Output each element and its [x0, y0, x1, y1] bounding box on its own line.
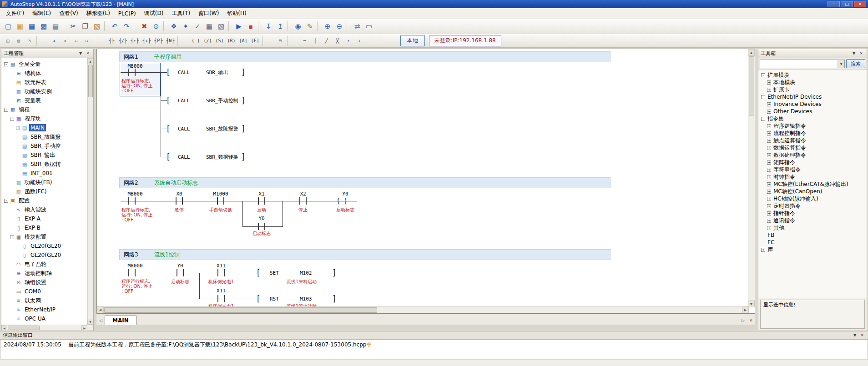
expand-icon[interactable]: + — [767, 160, 771, 165]
check-icon[interactable]: ✓ — [192, 20, 203, 32]
toolbox-item-local-modules[interactable]: + 本地模块 — [758, 79, 867, 86]
undo-icon[interactable]: ↶ — [109, 20, 121, 32]
tree-item-struct[interactable]: ⊞ 结构体 — [1, 69, 93, 78]
expand-icon[interactable]: + — [767, 102, 771, 106]
zoom-in-icon[interactable]: ⊕ — [322, 20, 333, 32]
expand-icon[interactable]: + — [767, 204, 771, 208]
expand-icon[interactable]: + — [16, 126, 20, 130]
contact-y0-branch[interactable] — [258, 223, 265, 230]
menu-item[interactable]: 调试(D) — [140, 8, 168, 19]
tree-item-opc-ua[interactable]: ≋ OPC UA — [1, 314, 93, 323]
bottom-scrollbar[interactable] — [0, 359, 868, 366]
expand-icon[interactable]: + — [767, 226, 771, 230]
toolbox-item-inovance-devices[interactable]: + Inovance Devices — [758, 100, 867, 108]
call-bracket[interactable]: [ — [167, 153, 170, 161]
zoom-out-icon[interactable]: ⊖ — [333, 20, 345, 32]
tree-item-programming[interactable]: - ▦ 编程 — [1, 105, 93, 114]
tree-item-com0[interactable]: ▭ COM0 — [1, 287, 93, 296]
expand-icon[interactable]: + — [767, 153, 771, 157]
tab-close-icon[interactable]: ✕ — [747, 316, 755, 324]
tree-item-config[interactable]: - ▣ 配置 — [1, 196, 93, 205]
close-button[interactable]: ✕ — [854, 1, 866, 7]
rst-bracket[interactable]: ] — [333, 295, 336, 303]
toolbox-item-data-processing[interactable]: + 数据处理指令 — [758, 151, 867, 159]
toolbox-item-mc-axis-canopen[interactable]: + MC轴控(CanOpen) — [758, 188, 867, 195]
scroll-right-icon[interactable]: ▶ — [742, 306, 749, 313]
toolbox-item-contact-operation[interactable]: + 触点运算指令 — [758, 137, 867, 144]
horizontal-line-icon[interactable]: ─ — [299, 36, 310, 46]
tree-item-gl20-2[interactable]: ▯ GL20(GL20 — [1, 251, 93, 260]
insert-network-icon[interactable]: ⊞ — [275, 36, 286, 46]
network-2-header[interactable]: 网络2 系统自动启动标志 — [119, 177, 611, 188]
contact-x11[interactable] — [217, 269, 225, 276]
toolbox-item-clock[interactable]: + 时钟指令 — [758, 173, 867, 180]
tree-item-device-table[interactable]: ▤ 软元件表 — [1, 78, 93, 87]
search-button[interactable]: 搜索 — [846, 59, 865, 68]
device-monitor-icon[interactable]: ▭ — [363, 20, 375, 32]
editor-vscrollbar[interactable]: ▲ ▼ — [748, 49, 755, 307]
chevron-down-icon[interactable]: ▼ — [838, 60, 844, 68]
function-instruction-icon[interactable]: [F] — [249, 36, 261, 46]
toolbox-item-expansion-cards[interactable]: + 扩展卡 — [758, 86, 867, 93]
ladder-view-icon[interactable]: ◫ — [2, 36, 13, 46]
menu-item[interactable]: 编辑(E) — [28, 8, 55, 19]
tree-item-module-config[interactable]: - ▣ 模块配置 — [1, 232, 93, 241]
expand-icon[interactable]: + — [761, 248, 765, 252]
menu-item[interactable]: 工具(T) — [167, 8, 194, 19]
tree-item-fb-instance[interactable]: ▥ 功能块实例 — [1, 87, 93, 96]
set-bracket[interactable]: ] — [333, 269, 336, 277]
expand-icon[interactable]: + — [767, 124, 771, 128]
toolbox-item-other-devices[interactable]: + Other Devices — [758, 108, 867, 115]
call-bracket[interactable]: ] — [242, 125, 245, 133]
call-target[interactable]: SBR_故障报警 — [206, 126, 238, 132]
expand-icon[interactable]: + — [767, 182, 771, 186]
tree-item-ethernet-ip[interactable]: ≋ EtherNet/IP — [1, 305, 93, 314]
contact-x2[interactable] — [299, 197, 307, 205]
toolbox-item-timer[interactable]: + 定时器指令 — [758, 202, 867, 210]
expand-icon[interactable]: + — [767, 211, 771, 216]
menu-item[interactable]: 查看(V) — [55, 8, 82, 19]
tree-item-fb[interactable]: ▥ 功能块(FB) — [1, 178, 93, 187]
set-op[interactable]: SET — [270, 270, 279, 276]
run-icon[interactable]: ▶ — [233, 20, 245, 32]
tab-main[interactable]: MAIN — [105, 316, 136, 325]
cross-reference-icon[interactable]: ⇄ — [351, 20, 363, 32]
scroll-right-icon[interactable]: ▶ — [81, 325, 87, 331]
tree-item-fc[interactable]: ▥ 函数(FC) — [1, 187, 93, 196]
call-op[interactable]: CALL — [178, 126, 190, 132]
expand-icon[interactable]: + — [767, 139, 771, 143]
contact-x1[interactable] — [258, 197, 265, 205]
expand-icon[interactable]: - — [761, 95, 765, 99]
set-bracket[interactable]: [ — [257, 269, 260, 277]
tab-scroll-left-icon[interactable]: ◁ — [97, 316, 105, 324]
application-instruction-icon[interactable]: [A] — [237, 36, 249, 46]
toolbox-item-matrix[interactable]: + 矩阵指令 — [758, 159, 867, 166]
tree-item-variable-table[interactable]: ◩ 变量表 — [1, 96, 93, 105]
pin-icon[interactable]: ▼ — [851, 50, 857, 56]
contact-x0[interactable] — [176, 197, 183, 205]
project-window-icon[interactable]: ▧ — [215, 20, 227, 32]
call-target[interactable]: SBR_数据转换 — [206, 154, 238, 160]
expand-icon[interactable]: + — [767, 88, 771, 92]
menu-item[interactable]: PLC(P) — [114, 9, 140, 18]
rising-edge-contact-icon[interactable]: ┤↑├ — [129, 36, 141, 46]
expand-icon[interactable]: + — [767, 80, 771, 85]
rst-bracket[interactable]: [ — [257, 295, 260, 303]
toolbox-item-instruction-set[interactable]: - 指令集 — [758, 115, 867, 122]
expand-icon[interactable]: + — [767, 110, 771, 114]
scrollbar-thumb[interactable] — [749, 56, 754, 115]
toolbox-item-mc-axis-ethercat[interactable]: + MC轴控(EtherCAT&脉冲输出) — [758, 180, 867, 188]
compile-all-icon[interactable]: ✦ — [180, 20, 192, 32]
menu-item[interactable]: 文件(F) — [2, 8, 28, 19]
tree-item-ethernet[interactable]: ≋ 以太网 — [1, 296, 93, 305]
monitor-icon[interactable]: ◉ — [292, 20, 304, 32]
project-tree-vscrollbar[interactable]: ▲ ▼ — [87, 58, 93, 325]
tree-item-exp-b[interactable]: ▯ EXP-B — [1, 223, 93, 232]
project-tree-hscrollbar[interactable]: ◀ ▶ — [1, 325, 93, 331]
insert-column-icon[interactable]: ↦ — [81, 36, 92, 46]
expand-icon[interactable]: + — [767, 190, 771, 194]
compile-icon[interactable]: ❖ — [168, 20, 180, 32]
call-bracket[interactable]: [ — [167, 125, 170, 133]
download-icon[interactable]: ↧ — [262, 20, 274, 32]
close-panel-icon[interactable]: ✕ — [859, 332, 865, 338]
